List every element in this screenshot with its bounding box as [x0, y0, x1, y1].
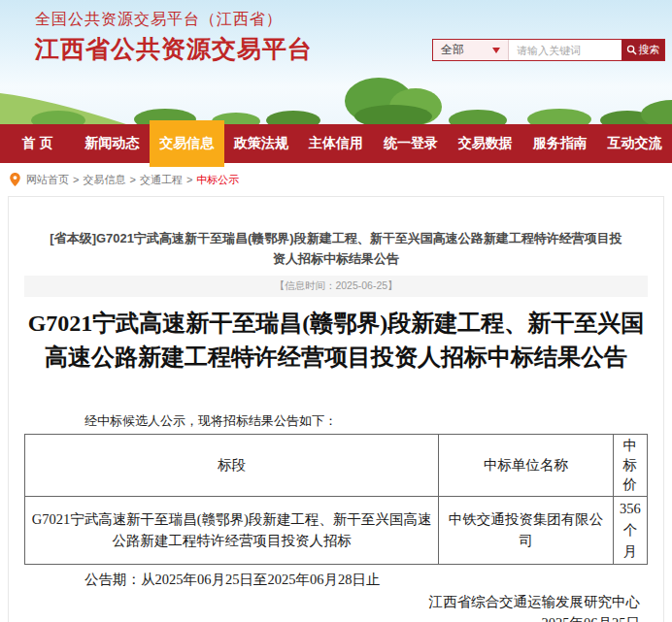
- nav-item-news[interactable]: 新闻动态: [75, 124, 150, 163]
- table-row: G7021宁武高速新干至瑞昌(赣鄂界)段新建工程、新干至兴国高速公路新建工程特许…: [25, 497, 648, 565]
- breadcrumb-transport-project[interactable]: 交通工程: [140, 173, 183, 187]
- trees-decoration: [0, 66, 672, 124]
- cell-winner: 中铁交通投资集团有限公司: [439, 497, 613, 565]
- nav-item-home[interactable]: 首 页: [0, 124, 75, 163]
- article-title: G7021宁武高速新干至瑞昌(赣鄂界)段新建工程、新干至兴国高速公路新建工程特许…: [25, 307, 647, 375]
- search-bar: 全部 搜索: [432, 39, 665, 61]
- breadcrumb-separator: >: [129, 174, 135, 185]
- breadcrumb-separator: >: [186, 174, 192, 185]
- bid-result-table: 标段 中标单位名称 中标价 G7021宁武高速新干至瑞昌(赣鄂界)段新建工程、新…: [24, 434, 648, 565]
- site-titles: 全国公共资源交易平台（江西省） 江西省公共资源交易平台: [35, 10, 313, 65]
- search-icon: [626, 45, 637, 55]
- chevron-down-icon: [492, 48, 500, 53]
- table-header-winner: 中标单位名称: [439, 435, 613, 497]
- notice-period: 公告期：从2025年06月25日至2025年06月28日止: [84, 571, 648, 589]
- article-intro: 经中标候选人公示，现将招标结果公告如下：: [84, 412, 648, 430]
- breadcrumb-separator: >: [73, 174, 79, 185]
- sign-date: 2025年06月25日: [24, 614, 648, 622]
- breadcrumb-current: 中标公示: [196, 173, 239, 187]
- cell-price: 356个月: [613, 497, 647, 565]
- article-card: [省本级]G7021宁武高速新干至瑞昌(赣鄂界)段新建工程、新干至兴国高速公路新…: [8, 196, 664, 622]
- search-category-value: 全部: [441, 42, 464, 58]
- site-title: 江西省公共资源交易平台: [35, 33, 313, 65]
- nav-item-trade-info[interactable]: 交易信息: [150, 120, 224, 167]
- site-subtitle: 全国公共资源交易平台（江西省）: [35, 10, 313, 30]
- issuer-name: 江西省综合交通运输发展研究中心: [24, 593, 648, 611]
- nav-item-credit[interactable]: 主体信用: [299, 124, 374, 163]
- page: 全国公共资源交易平台（江西省） 江西省公共资源交易平台 全部 搜索 首 页 新闻…: [0, 0, 672, 622]
- nav-item-interaction[interactable]: 互动交流: [597, 124, 672, 163]
- breadcrumb-home[interactable]: 网站首页: [26, 173, 69, 187]
- search-category-dropdown[interactable]: 全部: [433, 40, 509, 60]
- nav-item-trade-data[interactable]: 交易数据: [448, 124, 522, 163]
- cell-section: G7021宁武高速新干至瑞昌(赣鄂界)段新建工程、新干至兴国高速公路新建工程特许…: [25, 497, 439, 565]
- table-header-row: 标段 中标单位名称 中标价: [25, 435, 648, 497]
- search-button[interactable]: 搜索: [622, 40, 664, 60]
- article-body: 经中标候选人公示，现将招标结果公告如下： 标段 中标单位名称 中标价 G7021…: [24, 412, 648, 622]
- breadcrumb-trade-info[interactable]: 交易信息: [83, 173, 125, 187]
- main-nav: 首 页 新闻动态 交易信息 政策法规 主体信用 统一登录 交易数据 服务指南 互…: [0, 124, 672, 163]
- search-input[interactable]: [509, 40, 622, 60]
- table-header-price: 中标价: [613, 435, 647, 497]
- nav-item-login[interactable]: 统一登录: [373, 124, 448, 163]
- nav-item-service-guide[interactable]: 服务指南: [522, 124, 597, 163]
- table-header-section: 标段: [25, 435, 439, 497]
- location-pin-icon: [10, 173, 20, 186]
- article-list-title: [省本级]G7021宁武高速新干至瑞昌(赣鄂界)段新建工程、新干至兴国高速公路新…: [45, 228, 627, 270]
- nav-item-policies[interactable]: 政策法规: [224, 124, 299, 163]
- site-banner: 全国公共资源交易平台（江西省） 江西省公共资源交易平台 全部 搜索: [0, 0, 672, 124]
- breadcrumb: 网站首页 > 交易信息 > 交通工程 > 中标公示: [0, 163, 672, 196]
- search-button-label: 搜索: [639, 43, 660, 57]
- info-time-bar: 【信息时间：2025-06-25】: [24, 276, 648, 297]
